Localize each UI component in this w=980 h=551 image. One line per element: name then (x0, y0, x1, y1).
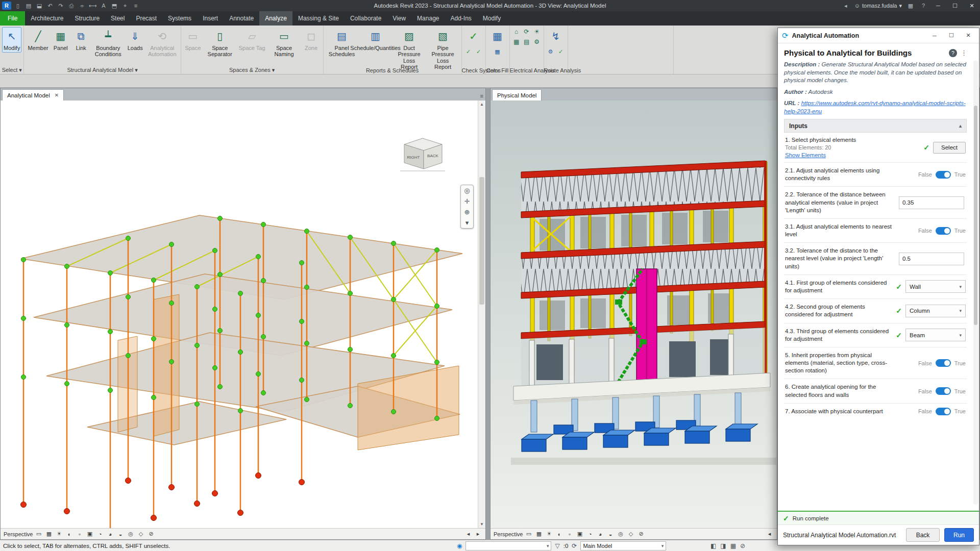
reveal-obstacles-button[interactable] (591, 27, 610, 46)
perspective-label[interactable]: Perspective (494, 531, 523, 537)
design-options-icon[interactable]: ◨ (720, 542, 726, 549)
signed-in-user[interactable]: ☺ tomasz.fudala ▾ (854, 3, 902, 9)
view-scale-icon[interactable]: ▭ (524, 530, 533, 538)
reveal-hidden-icon[interactable]: ◕ (106, 530, 114, 538)
steering-wheel-icon[interactable]: ◎ (464, 187, 470, 194)
energy-reports-icon[interactable]: ▤ (524, 38, 529, 45)
modify-button[interactable]: ↖ Modify (2, 27, 21, 53)
tab-steel[interactable]: Steel (105, 11, 130, 26)
dialog-scrollbar[interactable] (973, 61, 978, 505)
reports-schedules-group-label[interactable]: Reports & Schedules (324, 67, 461, 73)
energy-settings-icon[interactable]: ⚙ (534, 38, 540, 45)
constraints-icon[interactable]: ⊘ (146, 530, 155, 538)
filter-icon[interactable]: ▽ (555, 542, 559, 549)
show-elements-link[interactable]: Show Elements (785, 152, 826, 158)
color-fill-group-label[interactable]: Color Fill (486, 67, 509, 73)
check-duct-systems-icon[interactable]: ✓ (464, 47, 473, 56)
measure-icon[interactable]: ⌯ (78, 3, 86, 9)
worksharing-display-icon[interactable]: ◒ (116, 530, 125, 538)
vertical-scrollbar[interactable]: ▲ ▼ (478, 101, 485, 528)
analytical-model-visibility-icon[interactable]: ◇ (136, 530, 145, 538)
space-naming-button[interactable]: ▭ Space Naming (268, 27, 301, 59)
design-option-icon[interactable]: ⟳ (572, 542, 577, 549)
redo-icon[interactable]: ↷ (57, 3, 65, 9)
perspective-label[interactable]: Perspective (4, 531, 33, 537)
create-opening-toggle[interactable] (936, 387, 951, 395)
path-of-travel-button[interactable] (570, 27, 590, 46)
back-button[interactable]: Back (906, 528, 940, 542)
exclude-options-icon[interactable]: ▦ (730, 542, 736, 549)
boundary-conditions-button[interactable]: ┷ Boundary Conditions (92, 27, 125, 59)
one-way-indicator-button[interactable] (631, 27, 651, 46)
run-button[interactable]: Run (944, 528, 974, 542)
multiple-paths-button[interactable] (611, 27, 630, 46)
color-fill-button[interactable]: ▦ (488, 27, 507, 45)
tab-massing-site[interactable]: Massing & Site (292, 11, 345, 26)
script-options-kebab-icon[interactable]: ⋮ (961, 49, 967, 57)
electrical-analysis-group-label[interactable]: Route Analysis (544, 67, 568, 73)
temporary-view-properties-icon[interactable]: ◎ (126, 530, 135, 538)
panel-schedules-button[interactable]: ▤ Panel Schedules (326, 27, 358, 59)
tab-structure[interactable]: Structure (69, 11, 105, 26)
select-elements-button[interactable]: Select (933, 142, 966, 154)
shadows-icon[interactable]: ◐ (65, 530, 74, 538)
print-icon[interactable]: ⎙ (67, 3, 76, 9)
open-file-icon[interactable]: ▤ (24, 3, 33, 9)
tab-manage[interactable]: Manage (411, 11, 445, 26)
visual-style-icon[interactable]: ▦ (534, 530, 543, 538)
temporary-hide-icon[interactable]: ◔ (585, 530, 594, 538)
app-store-icon[interactable]: ▦ (906, 3, 915, 9)
aligned-dimension-icon[interactable]: ⟷ (89, 3, 97, 9)
constraints-icon[interactable]: ⊘ (636, 530, 645, 538)
tab-view[interactable]: View (387, 11, 411, 26)
temporary-hide-icon[interactable]: ◔ (95, 530, 104, 538)
close-window-button[interactable]: ✕ (966, 3, 978, 9)
tab-insert[interactable]: Insert (197, 11, 224, 26)
thin-lines-icon[interactable]: ≡ (132, 3, 140, 9)
worksets-icon[interactable]: ◧ (710, 542, 716, 549)
associate-counterpart-toggle[interactable] (936, 408, 951, 415)
structural-analytical-model-group-label[interactable]: Structural Analytical Model ▾ (24, 67, 180, 73)
electrical-settings-icon[interactable]: ⚙ (547, 47, 555, 56)
script-help-icon[interactable]: ? (949, 49, 957, 57)
dialog-maximize-button[interactable]: ☐ (945, 32, 958, 39)
spaces-zones-group-label[interactable]: Spaces & Zones ▾ (181, 67, 323, 73)
pipe-pressure-loss-report-button[interactable]: ▧ Pipe Pressure Loss Report (427, 27, 459, 71)
navigation-bar[interactable]: ◎ ✛ ⊕ ▾ (460, 185, 474, 229)
help-icon[interactable]: ? (919, 3, 927, 9)
tab-file[interactable]: File (0, 11, 25, 26)
crop-region-icon[interactable]: ▣ (575, 530, 584, 538)
shadows-icon[interactable]: ◐ (555, 530, 564, 538)
physical-model-canvas[interactable] (491, 101, 777, 528)
optimize-icon[interactable]: ☀ (534, 28, 540, 35)
tab-analyze[interactable]: Analyze (259, 11, 292, 26)
search-collapse-icon[interactable]: ◂ (842, 3, 850, 9)
people-content-button[interactable] (652, 27, 671, 46)
view-tab-options-icon[interactable]: ≡ (480, 93, 483, 99)
tolerance-elements-input[interactable] (899, 196, 964, 209)
worksharing-sync-icon[interactable]: ◉ (457, 542, 462, 549)
press-drag-icon[interactable]: ⊘ (740, 542, 745, 549)
section-icon[interactable]: ⌖ (121, 3, 129, 9)
worksharing-display-icon[interactable]: ◒ (606, 530, 615, 538)
duct-pressure-loss-report-button[interactable]: ▨ Duct Pressure Loss Report (393, 27, 426, 71)
minimize-window-button[interactable]: ─ (932, 3, 944, 9)
generate-icon[interactable]: ⟳ (524, 28, 529, 35)
new-file-icon[interactable]: ▯ (14, 3, 22, 9)
reveal-hidden-icon[interactable]: ◕ (596, 530, 604, 538)
visual-style-icon[interactable]: ▦ (44, 530, 53, 538)
undo-icon[interactable]: ↶ (46, 3, 54, 9)
select-group-label[interactable]: Select ▾ (0, 67, 23, 73)
dialog-scrollbar-thumb[interactable] (974, 106, 977, 325)
sun-path-icon[interactable]: ☀ (55, 530, 63, 538)
url-link[interactable]: https://www.autodesk.com/rvt-dynamo-anal… (784, 100, 966, 114)
tab-precast[interactable]: Precast (130, 11, 162, 26)
check-systems-button[interactable]: ✓ (464, 27, 483, 45)
scroll-down-icon[interactable]: ▼ (478, 520, 485, 528)
zoom-icon[interactable]: ⊕ (464, 208, 470, 216)
member-button[interactable]: ╱ Member (26, 27, 50, 53)
analytical-automation-button[interactable]: ⟲ Analytical Automation (146, 27, 179, 59)
pan-left-icon[interactable]: ◂ (464, 530, 473, 538)
3d-view-icon[interactable]: ⬒ (110, 3, 118, 9)
inputs-section-header[interactable]: Inputs ▴ (784, 119, 967, 133)
